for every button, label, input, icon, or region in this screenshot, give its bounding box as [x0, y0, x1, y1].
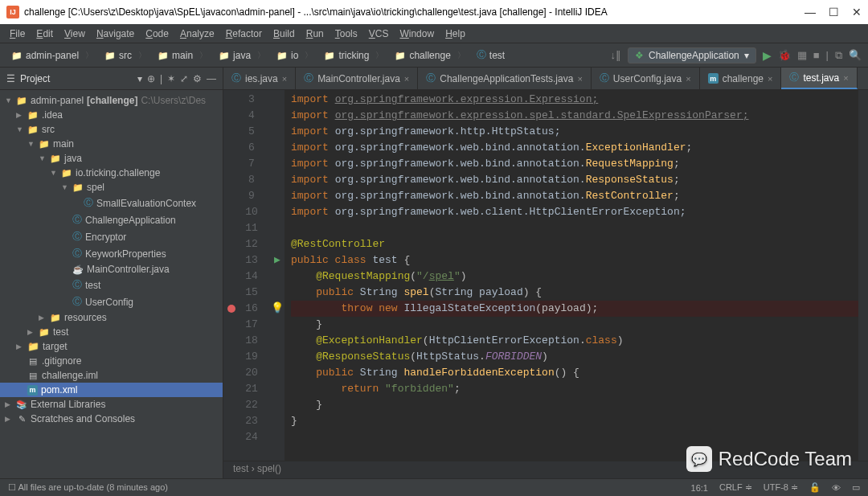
inspection-indicator[interactable]: 👁 — [832, 483, 841, 493]
tree-item[interactable]: ☕MainController.java — [0, 262, 223, 277]
toolbar-right: ↓‖ ❖ ChallengeApplication ▾ ▶ 🐞 ▦ ■ | ⧉ … — [611, 47, 862, 64]
close-tab-icon[interactable]: × — [843, 73, 848, 83]
editor-tab[interactable]: ⒸUserConfig.java× — [592, 68, 700, 89]
menu-navigate[interactable]: Navigate — [92, 27, 139, 41]
editor-tab[interactable]: ⒸChallengeApplicationTests.java× — [418, 68, 592, 89]
app-icon: IJ — [6, 6, 19, 18]
menu-help[interactable]: Help — [440, 27, 470, 41]
menu-code[interactable]: Code — [141, 27, 174, 41]
divider: | — [160, 73, 162, 84]
readonly-toggle[interactable]: 🔓 — [809, 482, 821, 493]
tree-item[interactable]: 📁.idea — [0, 108, 223, 122]
collapse-all-button[interactable]: ⤢ — [180, 73, 188, 84]
project-view-icon: ☰ — [6, 73, 15, 84]
dropdown-icon: ▾ — [744, 50, 749, 61]
intention-bulb-icon[interactable]: 💡 — [271, 302, 284, 314]
tree-item[interactable]: Ⓒtest — [0, 277, 223, 293]
file-encoding[interactable]: UTF-8 ≑ — [764, 482, 798, 493]
menu-edit[interactable]: Edit — [31, 27, 58, 41]
run-configuration-selector[interactable]: ❖ ChallengeApplication ▾ — [628, 47, 756, 64]
tree-item[interactable]: 📁spel — [0, 180, 223, 195]
breadcrumb-item[interactable]: main — [153, 48, 212, 63]
debug-button[interactable]: 🐞 — [778, 49, 791, 61]
editor-breadcrumb[interactable]: test › spel() — [223, 461, 868, 478]
close-tab-icon[interactable]: × — [768, 74, 772, 84]
run-gutter-icon[interactable]: ▶ — [274, 254, 280, 266]
editor-tab[interactable]: ⒸMainController.java× — [296, 68, 418, 89]
close-tab-icon[interactable]: × — [404, 74, 409, 84]
expand-all-button[interactable]: ✶ — [167, 73, 175, 84]
caret-position[interactable]: 16:1 — [691, 483, 708, 493]
tree-item[interactable]: 📁io.tricking.challenge — [0, 166, 223, 180]
close-tab-icon[interactable]: × — [577, 74, 582, 84]
breadcrumb-item[interactable]: admin-panel — [6, 48, 98, 63]
hide-button[interactable]: — — [207, 73, 216, 84]
menu-refactor[interactable]: Refactor — [221, 27, 267, 41]
tree-item[interactable]: ▤challenge.iml — [0, 368, 223, 383]
minimize-button[interactable]: — — [805, 6, 816, 18]
editor-tab[interactable]: mchallenge× — [700, 68, 782, 89]
coverage-button[interactable]: ▦ — [797, 49, 807, 61]
memory-indicator[interactable]: ▭ — [852, 482, 860, 493]
settings-icon[interactable]: ⚙ — [193, 73, 202, 84]
tree-item[interactable]: ⒸSmallEvaluationContex — [0, 195, 223, 211]
window-controls: — ☐ ✕ — [805, 6, 862, 18]
run-button[interactable]: ▶ — [763, 49, 772, 62]
editor-tabs: Ⓒies.java×ⒸMainController.java×ⒸChalleng… — [223, 68, 868, 90]
editor-tab[interactable]: Ⓒtest.java× — [781, 68, 857, 89]
breadcrumb-item[interactable]: java — [214, 48, 270, 63]
project-tool-window: ☰ Project ▾ ⊕ | ✶ ⤢ ⚙ — 📁admin-panel [ch… — [0, 68, 223, 478]
editor-tab[interactable]: Ⓒies.java× — [223, 68, 296, 89]
tree-item[interactable]: 📁admin-panel [challenge] C:\Users\z\Des — [0, 93, 223, 108]
tree-item[interactable]: ⒸChallengeApplication — [0, 211, 223, 228]
maximize-button[interactable]: ☐ — [829, 6, 839, 18]
project-structure-button[interactable]: ⧉ — [835, 49, 842, 62]
menu-analyze[interactable]: Analyze — [175, 27, 219, 41]
tree-item[interactable]: 📁java — [0, 151, 223, 166]
search-everywhere-button[interactable]: 🔍 — [849, 49, 862, 61]
project-panel-title[interactable]: Project — [20, 73, 133, 84]
menu-file[interactable]: File — [5, 27, 30, 41]
tree-item[interactable]: ▤.gitignore — [0, 354, 223, 368]
breadcrumb-item[interactable]: tricking — [319, 48, 388, 63]
tree-item[interactable]: 📁src — [0, 122, 223, 137]
icon-gutter[interactable]: ▶💡 — [270, 90, 285, 461]
tree-item[interactable]: mpom.xml — [0, 383, 223, 397]
tree-item[interactable]: 📚External Libraries — [0, 397, 223, 412]
window-titlebar: IJ challenge [C:\Users\z\Desktop\java\Sp… — [0, 0, 868, 24]
dropdown-icon[interactable]: ▾ — [137, 73, 142, 84]
close-tab-icon[interactable]: × — [686, 74, 690, 84]
code-editor[interactable]: 3456789101112131415161718192021222324 ▶💡… — [223, 90, 868, 461]
tree-item[interactable]: 📁target — [0, 339, 223, 354]
tree-item[interactable]: 📁main — [0, 137, 223, 151]
tree-item[interactable]: 📁test — [0, 325, 223, 339]
select-opened-file-button[interactable]: ⊕ — [147, 73, 155, 84]
close-tab-icon[interactable]: × — [282, 74, 287, 84]
menu-tools[interactable]: Tools — [330, 27, 362, 41]
breakpoint-icon[interactable] — [227, 305, 235, 313]
tree-item[interactable]: 📁resources — [0, 310, 223, 325]
line-separator[interactable]: CRLF ≑ — [719, 482, 752, 493]
breadcrumb-item[interactable]: io — [272, 48, 317, 63]
breadcrumb-item[interactable]: src — [100, 48, 151, 63]
tree-item[interactable]: ⒸKeyworkProperties — [0, 245, 223, 262]
build-icon[interactable]: ↓‖ — [611, 49, 622, 61]
menu-view[interactable]: View — [59, 27, 90, 41]
breakpoint-gutter[interactable] — [223, 90, 240, 461]
code-content[interactable]: import org.springframework.expression.Ex… — [285, 90, 858, 461]
tree-item[interactable]: ⒸEncryptor — [0, 228, 223, 245]
error-stripe[interactable] — [858, 90, 868, 461]
stop-button[interactable]: ■ — [813, 49, 820, 61]
menu-vcs[interactable]: VCS — [364, 27, 394, 41]
tree-item[interactable]: ✎Scratches and Consoles — [0, 412, 223, 426]
run-config-label: ChallengeApplication — [649, 50, 739, 61]
menu-window[interactable]: Window — [395, 27, 439, 41]
menu-run[interactable]: Run — [301, 27, 329, 41]
close-button[interactable]: ✕ — [852, 6, 862, 18]
tree-item[interactable]: ⒸUserConfig — [0, 293, 223, 310]
vcs-status-icon[interactable]: ☐ — [8, 482, 16, 492]
project-tree[interactable]: 📁admin-panel [challenge] C:\Users\z\Des📁… — [0, 90, 223, 478]
menu-build[interactable]: Build — [268, 27, 300, 41]
breadcrumb-item[interactable]: Ⓒ test — [472, 47, 516, 64]
breadcrumb-item[interactable]: challenge — [390, 48, 469, 63]
